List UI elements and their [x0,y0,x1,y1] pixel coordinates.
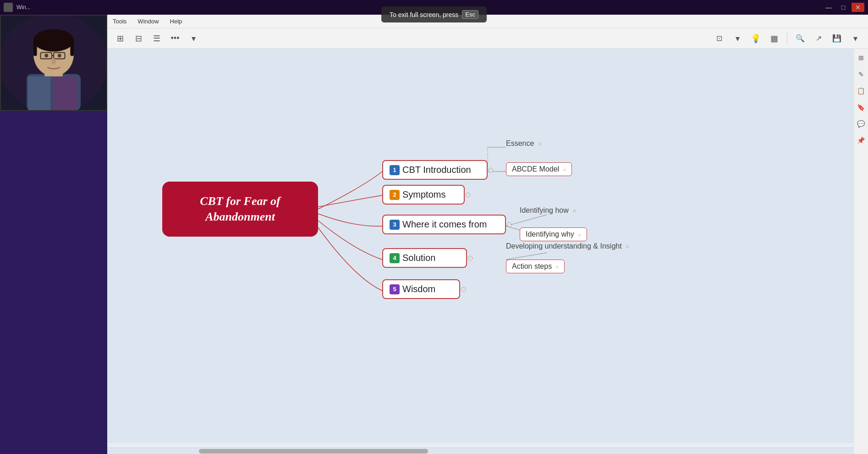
minimize-button[interactable]: — [822,3,835,12]
menu-help[interactable]: Help [168,17,184,26]
share-btn[interactable]: ↗ [811,31,826,46]
svg-point-7 [33,29,74,51]
webcam-person-svg [1,15,106,111]
zoom-btn[interactable]: 🔍 [793,31,808,46]
right-sidebar-btn-3[interactable]: 📋 [856,85,867,96]
toolbar-btn-1[interactable]: ⊞ [113,31,127,46]
badge-4: 4 [390,253,400,263]
maximize-button[interactable]: □ [837,3,850,12]
mindmap-connections [107,49,853,443]
svg-point-13 [44,54,48,57]
label-essence: Essence ○ [506,139,542,148]
toolbar: ⊞ ⊟ ☰ ••• ▾ ⊡ ▾ 💡 ▦ 🔍 ↗ 💾 ▾ [107,28,868,49]
webcam-feed [1,16,106,110]
svg-rect-3 [28,76,50,110]
leaf-action-steps[interactable]: Action steps ○ [506,260,565,273]
present-dropdown[interactable]: ▾ [730,31,745,46]
app-icon [4,3,13,12]
branch-node-symptoms[interactable]: 2 Symptoms ○ [382,185,465,205]
central-node-text: CBT for Fear ofAbandonment [200,194,280,225]
save-btn[interactable]: 💾 [830,31,844,46]
esc-key-badge: Esc [462,10,478,19]
svg-rect-4 [53,76,77,110]
save-dropdown[interactable]: ▾ [848,31,863,46]
branch-node-wisdom[interactable]: 5 Wisdom ○ [382,279,460,299]
expand-dot-solution[interactable]: ○ [468,256,472,260]
webcam-overlay [0,15,107,111]
expand-dot-cbt-intro[interactable]: ○ [489,168,493,172]
layout-btn[interactable]: ▦ [767,31,781,46]
branch-node-cbt-intro[interactable]: 1 CBT Introduction ○ [382,160,488,180]
leaf-identifying-why-text: Identifying why [526,230,574,238]
menu-tools[interactable]: Tools [111,17,128,26]
label-developing: Developing understanding & Insight ○ [506,242,629,250]
right-sidebar-btn-6[interactable]: 📌 [856,135,867,146]
badge-5: 5 [390,284,400,294]
label-identifying-how: Identifying how ○ [520,206,576,215]
svg-line-19 [506,215,547,226]
present-btn[interactable]: ⊡ [712,31,726,46]
canvas-area: CBT for Fear ofAbandonment 1 CBT Introdu… [107,49,853,443]
right-sidebar-btn-4[interactable]: 🔖 [856,102,867,113]
svg-rect-9 [70,40,74,56]
leaf-abcde[interactable]: ABCDE Model ○ [506,162,572,176]
expand-dot-symptoms[interactable]: ○ [466,193,470,197]
svg-point-15 [51,58,56,65]
fullscreen-notice: To exit full screen, press Esc [381,6,487,22]
svg-rect-8 [33,40,37,56]
idea-btn[interactable]: 💡 [748,31,763,46]
right-sidebar-btn-2[interactable]: ✎ [856,69,867,80]
right-sidebar-btn-5[interactable]: 💬 [856,118,867,129]
expand-dot-where-from[interactable]: ○ [507,222,511,227]
badge-3: 3 [390,220,400,230]
expand-dot-wisdom[interactable]: ○ [461,287,466,292]
fullscreen-text: To exit full screen, press [390,11,458,18]
toolbar-right: ⊡ ▾ 💡 ▦ 🔍 ↗ 💾 ▾ [712,31,863,46]
toolbar-dropdown-btn[interactable]: ▾ [186,31,201,46]
leaf-identifying-why[interactable]: Identifying why ○ [520,227,587,241]
menu-bar: Tools Window Help [107,15,868,28]
scrollbar-thumb[interactable] [199,449,428,454]
central-node[interactable]: CBT for Fear ofAbandonment [162,182,318,237]
leaf-abcde-text: ABCDE Model [512,165,559,173]
close-button[interactable]: ✕ [852,3,864,12]
branch-node-solution[interactable]: 4 Solution ○ [382,248,467,268]
branch-label-cbt-intro: CBT Introduction [402,165,471,175]
toolbar-divider [787,33,787,44]
branch-label-where-from: Where it comes from [402,219,487,230]
branch-label-wisdom: Wisdom [402,284,435,294]
toolbar-btn-2[interactable]: ⊟ [131,31,146,46]
right-sidebar: ⊞ ✎ 📋 🔖 💬 📌 [853,49,868,454]
leaf-action-steps-text: Action steps [512,262,552,270]
svg-line-21 [506,253,547,260]
branch-label-solution: Solution [402,253,435,263]
svg-point-14 [58,54,61,57]
bottom-scrollbar[interactable] [107,448,853,454]
menu-window[interactable]: Window [136,17,160,26]
badge-2: 2 [390,190,400,200]
window-controls: — □ ✕ [822,3,864,12]
branch-node-where-from[interactable]: 3 Where it comes from ○ [382,215,506,234]
toolbar-btn-3[interactable]: ☰ [149,31,164,46]
right-sidebar-btn-1[interactable]: ⊞ [856,52,867,63]
badge-1: 1 [390,165,400,175]
toolbar-more-btn[interactable]: ••• [168,31,182,46]
branch-label-symptoms: Symptoms [402,189,445,200]
